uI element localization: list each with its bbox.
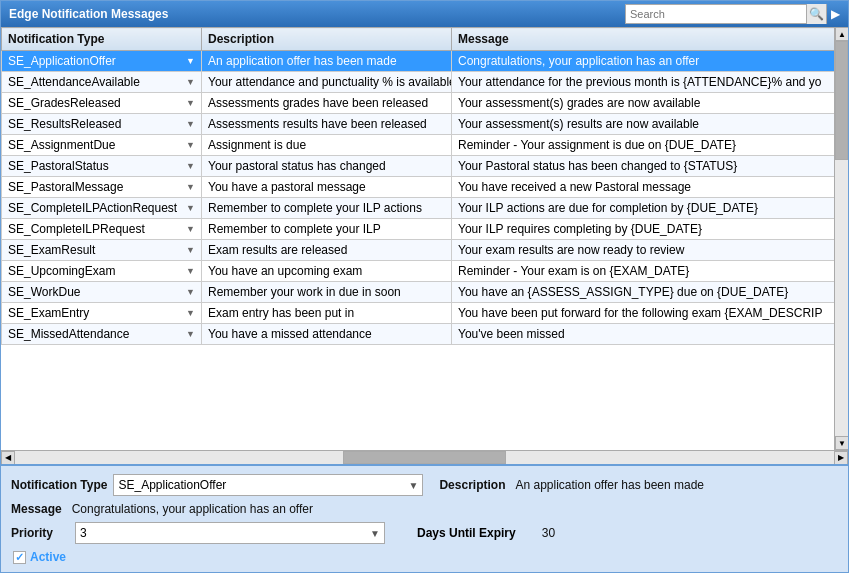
cell-msg: Congratulations, your application has an…	[452, 51, 835, 72]
cell-desc: You have a missed attendance	[202, 324, 452, 345]
active-label: Active	[30, 550, 66, 564]
cell-type: SE_GradesReleased▼	[2, 93, 202, 114]
notifications-table: Notification Type Description Message SE…	[1, 27, 834, 345]
title-bar-right: 🔍 ▶	[625, 4, 840, 24]
col-header-desc: Description	[202, 28, 452, 51]
days-label: Days Until Expiry	[417, 526, 516, 540]
cell-desc: Assessments results have been released	[202, 114, 452, 135]
cell-type: SE_PastoralStatus▼	[2, 156, 202, 177]
search-container: 🔍	[625, 4, 827, 24]
table-row[interactable]: SE_ExamEntry▼Exam entry has been put inY…	[2, 303, 835, 324]
cell-type: SE_CompleteILPActionRequest▼	[2, 198, 202, 219]
table-row[interactable]: SE_WorkDue▼Remember your work in due in …	[2, 282, 835, 303]
cell-msg: Reminder - Your exam is on {EXAM_DATE}	[452, 261, 835, 282]
cell-msg: Your ILP requires completing by {DUE_DAT…	[452, 219, 835, 240]
active-checkbox[interactable]: ✓	[13, 551, 26, 564]
table-row[interactable]: SE_UpcomingExam▼You have an upcoming exa…	[2, 261, 835, 282]
active-row: ✓ Active	[11, 550, 838, 564]
cell-desc: Remember to complete your ILP	[202, 219, 452, 240]
checkbox-check-icon: ✓	[15, 551, 24, 564]
table-row[interactable]: SE_PastoralMessage▼You have a pastoral m…	[2, 177, 835, 198]
cell-type: SE_ResultsReleased▼	[2, 114, 202, 135]
h-scroll-track[interactable]	[15, 451, 834, 464]
cell-type: SE_ApplicationOffer▼	[2, 51, 202, 72]
table-row[interactable]: SE_CompleteILPActionRequest▼Remember to …	[2, 198, 835, 219]
expand-button[interactable]: ▶	[831, 7, 840, 21]
scroll-thumb	[835, 41, 848, 160]
row-dropdown-arrow: ▼	[186, 161, 195, 171]
cell-msg: You have been put forward for the follow…	[452, 303, 835, 324]
cell-msg: Your ILP actions are due for completion …	[452, 198, 835, 219]
table-row[interactable]: SE_ApplicationOffer▼An application offer…	[2, 51, 835, 72]
table-row[interactable]: SE_ResultsReleased▼Assessments results h…	[2, 114, 835, 135]
scroll-left-button[interactable]: ◀	[1, 451, 15, 465]
cell-type: SE_AssignmentDue▼	[2, 135, 202, 156]
cell-type: SE_CompleteILPRequest▼	[2, 219, 202, 240]
row-dropdown-arrow: ▼	[186, 119, 195, 129]
detail-panel: Notification Type SE_ApplicationOffer ▼ …	[1, 464, 848, 572]
row-dropdown-arrow: ▼	[186, 203, 195, 213]
vertical-scrollbar[interactable]: ▲ ▼	[834, 27, 848, 450]
notif-type-label: Notification Type	[11, 478, 107, 492]
notif-type-value: SE_ApplicationOffer	[118, 478, 226, 492]
scroll-track[interactable]	[835, 41, 848, 436]
table-row[interactable]: SE_PastoralStatus▼Your pastoral status h…	[2, 156, 835, 177]
table-container: Notification Type Description Message SE…	[1, 27, 848, 464]
detail-row-3: Priority 3 ▼ Days Until Expiry 30	[11, 522, 838, 544]
h-scroll-thumb	[343, 451, 507, 464]
row-dropdown-arrow: ▼	[186, 287, 195, 297]
cell-type: SE_UpcomingExam▼	[2, 261, 202, 282]
scroll-up-button[interactable]: ▲	[835, 27, 848, 41]
cell-msg: You have an {ASSESS_ASSIGN_TYPE} due on …	[452, 282, 835, 303]
row-dropdown-arrow: ▼	[186, 224, 195, 234]
row-dropdown-arrow: ▼	[186, 56, 195, 66]
priority-dropdown[interactable]: 3 ▼	[75, 522, 385, 544]
cell-desc: Exam results are released	[202, 240, 452, 261]
row-dropdown-arrow: ▼	[186, 182, 195, 192]
cell-type: SE_ExamEntry▼	[2, 303, 202, 324]
detail-row-1: Notification Type SE_ApplicationOffer ▼ …	[11, 474, 838, 496]
col-header-type: Notification Type	[2, 28, 202, 51]
horizontal-scrollbar[interactable]: ◀ ▶	[1, 450, 848, 464]
scroll-right-button[interactable]: ▶	[834, 451, 848, 465]
cell-msg: Your assessment(s) grades are now availa…	[452, 93, 835, 114]
cell-desc: Your attendance and punctuality % is ava…	[202, 72, 452, 93]
cell-msg: Reminder - Your assignment is due on {DU…	[452, 135, 835, 156]
row-dropdown-arrow: ▼	[186, 245, 195, 255]
main-window: Edge Notification Messages 🔍 ▶ Notificat…	[0, 0, 849, 573]
cell-desc: Exam entry has been put in	[202, 303, 452, 324]
table-row[interactable]: SE_CompleteILPRequest▼Remember to comple…	[2, 219, 835, 240]
window-title: Edge Notification Messages	[9, 7, 168, 21]
cell-type: SE_WorkDue▼	[2, 282, 202, 303]
row-dropdown-arrow: ▼	[186, 77, 195, 87]
search-input[interactable]	[626, 5, 806, 23]
table-row[interactable]: SE_AssignmentDue▼Assignment is dueRemind…	[2, 135, 835, 156]
search-button[interactable]: 🔍	[806, 4, 826, 24]
table-row[interactable]: SE_ExamResult▼Exam results are releasedY…	[2, 240, 835, 261]
cell-msg: You've been missed	[452, 324, 835, 345]
cell-desc: You have a pastoral message	[202, 177, 452, 198]
detail-row-2: Message Congratulations, your applicatio…	[11, 502, 838, 516]
scroll-down-button[interactable]: ▼	[835, 436, 848, 450]
cell-msg: Your assessment(s) results are now avail…	[452, 114, 835, 135]
row-dropdown-arrow: ▼	[186, 266, 195, 276]
cell-msg: Your exam results are now ready to revie…	[452, 240, 835, 261]
cell-desc: Your pastoral status has changed	[202, 156, 452, 177]
priority-value: 3	[80, 526, 87, 540]
row-dropdown-arrow: ▼	[186, 329, 195, 339]
table-header-row: Notification Type Description Message	[2, 28, 835, 51]
table-row[interactable]: SE_MissedAttendance▼You have a missed at…	[2, 324, 835, 345]
days-value: 30	[542, 526, 555, 540]
table-row[interactable]: SE_GradesReleased▼Assessments grades hav…	[2, 93, 835, 114]
row-dropdown-arrow: ▼	[186, 98, 195, 108]
table-row[interactable]: SE_AttendanceAvailable▼Your attendance a…	[2, 72, 835, 93]
cell-msg: Your attendance for the previous month i…	[452, 72, 835, 93]
table-scroll[interactable]: Notification Type Description Message SE…	[1, 27, 834, 450]
cell-desc: Assessments grades have been released	[202, 93, 452, 114]
cell-msg: You have received a new Pastoral message	[452, 177, 835, 198]
dropdown-arrow-icon: ▼	[409, 480, 419, 491]
cell-type: SE_AttendanceAvailable▼	[2, 72, 202, 93]
row-dropdown-arrow: ▼	[186, 308, 195, 318]
cell-type: SE_ExamResult▼	[2, 240, 202, 261]
notif-type-dropdown[interactable]: SE_ApplicationOffer ▼	[113, 474, 423, 496]
